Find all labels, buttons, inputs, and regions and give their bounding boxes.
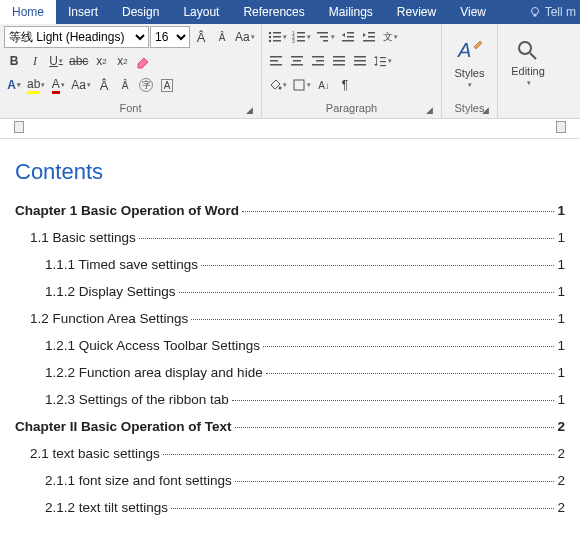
styles-button[interactable]: A Styles▾ <box>446 33 493 93</box>
svg-rect-5 <box>273 36 281 38</box>
toc-leader <box>191 319 554 320</box>
svg-text:3: 3 <box>292 38 295 44</box>
svg-rect-13 <box>297 40 305 42</box>
toc-page: 2 <box>557 419 565 434</box>
toc-text: 1.1 Basic settings <box>30 230 136 245</box>
clear-formatting-button[interactable] <box>133 50 153 72</box>
multilevel-icon <box>316 30 330 44</box>
svg-rect-37 <box>354 64 366 66</box>
font-name-select[interactable]: 等线 Light (Headings) <box>4 26 149 48</box>
bullets-button[interactable]: ▾ <box>266 26 289 48</box>
svg-line-46 <box>530 53 536 59</box>
borders-button[interactable]: ▾ <box>290 74 313 96</box>
font-size-select[interactable]: 16 <box>150 26 190 48</box>
toc-entry[interactable]: 1.2.3 Settings of the ribbon tab1 <box>45 392 565 407</box>
line-spacing-button[interactable]: ▾ <box>371 50 394 72</box>
subscript-button[interactable]: x2 <box>91 50 111 72</box>
toc-entry[interactable]: 1.1 Basic settings1 <box>30 230 565 245</box>
toc-leader <box>163 454 555 455</box>
superscript-button[interactable]: x2 <box>112 50 132 72</box>
svg-point-0 <box>531 8 538 15</box>
toc-leader <box>242 211 554 212</box>
group-styles: A Styles▾ Styles◢ <box>442 24 498 118</box>
grow-font-button[interactable]: Â <box>191 26 211 48</box>
svg-rect-34 <box>333 64 345 66</box>
change-case-button[interactable]: Aa▾ <box>233 26 257 48</box>
shrink-font-button[interactable]: Â <box>212 26 232 48</box>
tab-review[interactable]: Review <box>385 0 448 24</box>
toc-text: 2.1 text basic settings <box>30 446 160 461</box>
toc-page: 1 <box>557 257 565 272</box>
tell-me[interactable]: Tell m <box>529 5 580 19</box>
toc-entry[interactable]: 2.1.2 text tilt settings2 <box>45 500 565 515</box>
italic-button[interactable]: I <box>25 50 45 72</box>
tab-layout[interactable]: Layout <box>171 0 231 24</box>
bold-button[interactable]: B <box>4 50 24 72</box>
toc-leader <box>266 373 555 374</box>
decrease-indent-button[interactable] <box>338 26 358 48</box>
toc-leader <box>232 400 555 401</box>
styles-dialog-launcher[interactable]: ◢ <box>479 104 491 116</box>
toc-leader <box>171 508 554 509</box>
bulb-icon <box>529 6 541 18</box>
tab-design[interactable]: Design <box>110 0 171 24</box>
svg-rect-33 <box>333 60 345 62</box>
toc-entry[interactable]: 1.1.2 Display Settings1 <box>45 284 565 299</box>
toc-page: 2 <box>557 446 565 461</box>
group-editing: Editing▾ <box>498 24 558 118</box>
font-color-button[interactable]: A▾ <box>48 74 68 96</box>
ruler[interactable] <box>0 119 580 139</box>
svg-rect-18 <box>347 36 354 38</box>
svg-rect-32 <box>333 56 345 58</box>
toc-entry[interactable]: Chapter 1 Basic Operation of Word1 <box>15 203 565 218</box>
char-shading-button[interactable]: Â <box>94 74 114 96</box>
tab-bar: HomeInsertDesignLayoutReferencesMailings… <box>0 0 580 24</box>
text-effects-button[interactable]: A▾ <box>4 74 24 96</box>
align-center-button[interactable] <box>287 50 307 72</box>
tab-mailings[interactable]: Mailings <box>317 0 385 24</box>
toc-entry[interactable]: 1.2 Function Area Settings1 <box>30 311 565 326</box>
align-left-button[interactable] <box>266 50 286 72</box>
toc-entry[interactable]: 2.1.1 font size and font settings2 <box>45 473 565 488</box>
svg-rect-19 <box>342 40 354 42</box>
svg-rect-41 <box>380 65 386 66</box>
svg-rect-14 <box>317 32 328 34</box>
ribbon: 等线 Light (Headings) 16 Â Â Aa▾ B I U▾ … <box>0 24 580 119</box>
justify-button[interactable] <box>329 50 349 72</box>
multilevel-list-button[interactable]: ▾ <box>314 26 337 48</box>
asian-layout-button[interactable]: 文▾ <box>380 26 400 48</box>
toc-page: 2 <box>557 500 565 515</box>
phonetic-guide-button[interactable]: 字 <box>136 74 156 96</box>
ruler-right-margin[interactable] <box>556 121 566 133</box>
font-dialog-launcher[interactable]: ◢ <box>243 104 255 116</box>
numbering-button[interactable]: 123▾ <box>290 26 313 48</box>
svg-point-42 <box>279 87 282 90</box>
toc-entry[interactable]: 1.2.2 Function area display and hide1 <box>45 365 565 380</box>
align-right-button[interactable] <box>308 50 328 72</box>
ruler-left-margin[interactable] <box>14 121 24 133</box>
tab-home[interactable]: Home <box>0 0 56 24</box>
toc-entry[interactable]: 1.2.1 Quick Access Toolbar Settings1 <box>45 338 565 353</box>
toc-entry[interactable]: Chapter II Basic Operation of Text2 <box>15 419 565 434</box>
toc-entry[interactable]: 1.1.1 Timed save settings1 <box>45 257 565 272</box>
underline-button[interactable]: U▾ <box>46 50 66 72</box>
svg-rect-38 <box>376 58 377 64</box>
strikethrough-button[interactable]: abc <box>67 50 90 72</box>
enclose-char-button[interactable]: Aa▾ <box>69 74 93 96</box>
document-area[interactable]: Contents Chapter 1 Basic Operation of Wo… <box>0 139 580 527</box>
toc-page: 1 <box>557 203 565 218</box>
highlight-button[interactable]: ab▾ <box>25 74 47 96</box>
increase-indent-button[interactable] <box>359 26 379 48</box>
distributed-button[interactable] <box>350 50 370 72</box>
char-border-button[interactable]: Â <box>115 74 135 96</box>
tab-view[interactable]: View <box>448 0 498 24</box>
show-marks-button[interactable]: ¶ <box>335 74 355 96</box>
toc-entry[interactable]: 2.1 text basic settings2 <box>30 446 565 461</box>
paragraph-dialog-launcher[interactable]: ◢ <box>423 104 435 116</box>
tab-insert[interactable]: Insert <box>56 0 110 24</box>
editing-button[interactable]: Editing▾ <box>503 35 553 91</box>
sort-button[interactable]: A↓ <box>314 74 334 96</box>
tab-references[interactable]: References <box>231 0 316 24</box>
enclose-chars-button[interactable]: A <box>157 74 177 96</box>
shading-button[interactable]: ▾ <box>266 74 289 96</box>
